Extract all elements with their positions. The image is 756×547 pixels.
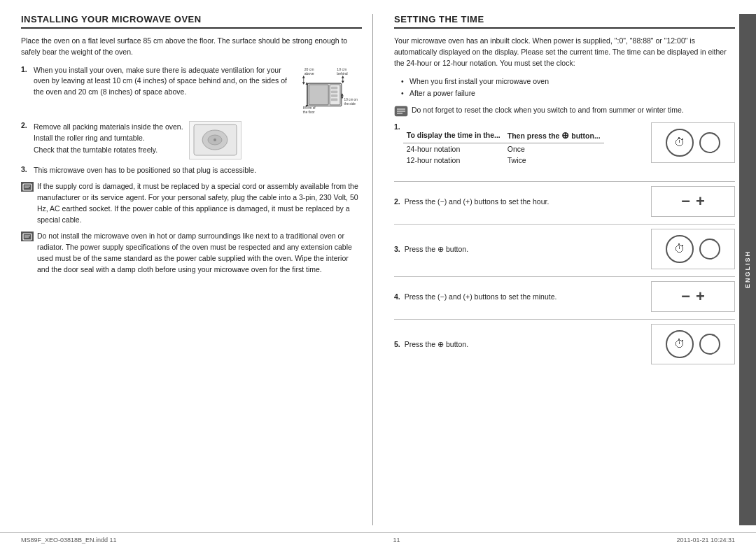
step-3: 3. This microwave oven has to be positio… bbox=[21, 165, 362, 176]
right-step-4-number: 4. bbox=[394, 292, 400, 301]
english-sidebar-tab: ENGLISH bbox=[739, 14, 756, 525]
step-2-text: Remove all packing materials inside the … bbox=[34, 121, 183, 156]
svg-rect-11 bbox=[309, 85, 328, 105]
footer-right: 2011-01-21 10:24:31 bbox=[676, 537, 735, 544]
minus-plus-buttons-2: − + bbox=[651, 281, 735, 312]
svg-rect-15 bbox=[331, 94, 337, 97]
right-step-3-text: Press the ⊕ button. bbox=[405, 245, 468, 253]
page-number: 11 bbox=[117, 537, 677, 544]
svg-text:10 cm on: 10 cm on bbox=[344, 98, 358, 101]
right-step-2-number: 2. bbox=[394, 197, 400, 206]
note-box: Do not forget to reset the clock when yo… bbox=[394, 104, 735, 118]
svg-marker-8 bbox=[342, 75, 344, 78]
clock-icon-1: ⏱ bbox=[674, 136, 685, 149]
svg-text:85 cm of: 85 cm of bbox=[303, 106, 316, 110]
svg-rect-16 bbox=[331, 98, 337, 101]
step-1-number: 1. bbox=[21, 65, 31, 73]
minus-btn-2: − bbox=[681, 287, 690, 306]
svg-marker-4 bbox=[302, 82, 305, 85]
page: INSTALLING YOUR MICROWAVE OVEN Place the… bbox=[0, 0, 756, 547]
bullet-1: When you first install your microwave ov… bbox=[401, 76, 735, 87]
right-step-4-text: Press the (−) and (+) buttons to set the… bbox=[405, 292, 557, 301]
footer: MS89F_XEO-03818B_EN.indd 11 11 2011-01-2… bbox=[0, 532, 756, 547]
step-2: 2. Remove all packing materials inside t… bbox=[21, 121, 362, 159]
right-step-3: 3. Press the ⊕ button. ⏱ bbox=[394, 229, 735, 269]
clock-button-image-3: ⏱ bbox=[651, 324, 735, 364]
svg-rect-14 bbox=[331, 90, 337, 93]
right-step-4: 4. Press the (−) and (+) buttons to set … bbox=[394, 281, 735, 312]
svg-rect-13 bbox=[331, 86, 337, 89]
step-1-text: When you install your oven, make sure th… bbox=[34, 65, 293, 98]
svg-marker-3 bbox=[302, 75, 305, 78]
right-step-5-text: Press the ⊕ button. bbox=[405, 340, 468, 348]
warning-note-icon bbox=[21, 232, 34, 241]
svg-text:the floor: the floor bbox=[303, 111, 315, 114]
step-2-content: Remove all packing materials inside the … bbox=[34, 121, 241, 159]
step-1-content: When you install your oven, make sure th… bbox=[34, 65, 362, 115]
sidebar-label: ENGLISH bbox=[744, 250, 751, 288]
plus-btn-1: + bbox=[696, 192, 705, 211]
memo-icon bbox=[394, 106, 408, 117]
clock-icon-3: ⏱ bbox=[674, 338, 685, 350]
svg-rect-34 bbox=[23, 234, 31, 240]
bullet-list: When you first install your microwave ov… bbox=[401, 76, 735, 99]
footer-left: MS89F_XEO-03818B_EN.indd 11 bbox=[21, 537, 117, 544]
minus-plus-buttons-1: − + bbox=[651, 186, 735, 217]
microwave-diagram: 20 cm above 10 cm behind bbox=[299, 65, 362, 115]
divider-1 bbox=[394, 181, 735, 182]
right-step-5: 5. Press the ⊕ button. ⏱ bbox=[394, 324, 735, 364]
table-row-12h: 12-hour notation Twice bbox=[403, 155, 604, 166]
right-step-2: 2. Press the (−) and (+) buttons to set … bbox=[394, 186, 735, 217]
step-3-number: 3. bbox=[21, 165, 31, 173]
col1-header: To display the time in the... bbox=[403, 128, 504, 143]
note-1-text: If the supply cord is damaged, it must b… bbox=[37, 181, 362, 225]
right-column: SETTING THE TIME Your microwave oven has… bbox=[387, 14, 735, 525]
svg-rect-31 bbox=[23, 184, 31, 190]
right-step-1-number: 1. bbox=[394, 122, 400, 131]
circle-btn-1 bbox=[699, 132, 720, 153]
step-3-text: This microwave oven has to be positioned… bbox=[34, 165, 362, 176]
right-step-5-number: 5. bbox=[394, 340, 400, 348]
divider-4 bbox=[394, 319, 735, 320]
divider-3 bbox=[394, 276, 735, 277]
clock-btn-3: ⏱ bbox=[666, 330, 694, 358]
note-2: Do not install the microwave oven in hot… bbox=[21, 231, 362, 275]
right-step-2-text: Press the (−) and (+) buttons to set the… bbox=[405, 197, 550, 206]
right-step-3-number: 3. bbox=[394, 245, 400, 253]
right-section-title: SETTING THE TIME bbox=[394, 14, 735, 29]
divider-2 bbox=[394, 224, 735, 225]
turntable-image bbox=[189, 121, 241, 159]
content-area: INSTALLING YOUR MICROWAVE OVEN Place the… bbox=[0, 0, 756, 532]
left-column: INSTALLING YOUR MICROWAVE OVEN Place the… bbox=[21, 14, 373, 525]
notation-table: To display the time in the... Then press… bbox=[403, 128, 604, 166]
col2-header: Then press the ⊕ button... bbox=[504, 128, 604, 143]
notation-24h: 24-hour notation bbox=[403, 143, 504, 155]
svg-marker-9 bbox=[342, 80, 344, 83]
power-note-icon bbox=[21, 182, 34, 192]
left-section-title: INSTALLING YOUR MICROWAVE OVEN bbox=[21, 14, 362, 29]
right-intro: Your microwave oven has an inbuilt clock… bbox=[394, 36, 735, 69]
plus-btn-2: + bbox=[696, 287, 705, 306]
left-intro: Place the oven on a flat level surface 8… bbox=[21, 36, 362, 58]
svg-point-30 bbox=[214, 138, 216, 141]
note-2-text: Do not install the microwave oven in hot… bbox=[37, 231, 362, 275]
bullet-2: After a power failure bbox=[401, 87, 735, 99]
once-label: Once bbox=[504, 143, 604, 155]
minus-btn-1: − bbox=[681, 192, 690, 211]
svg-text:above: above bbox=[304, 71, 314, 76]
step-2-number: 2. bbox=[21, 121, 31, 129]
svg-text:the side: the side bbox=[344, 101, 356, 105]
clock-btn-2: ⏱ bbox=[666, 235, 694, 263]
notation-12h: 12-hour notation bbox=[403, 155, 504, 166]
clock-button-image-2: ⏱ bbox=[651, 229, 735, 269]
note-1: If the supply cord is damaged, it must b… bbox=[21, 181, 362, 225]
twice-label: Twice bbox=[504, 155, 604, 166]
clock-button-image-1: ⏱ bbox=[651, 122, 735, 163]
right-step-1: 1. To display the time in the... Then pr… bbox=[394, 122, 735, 174]
circle-btn-3 bbox=[699, 334, 720, 355]
clock-icon-2: ⏱ bbox=[674, 243, 685, 255]
step-1: 1. When you install your oven, make sure… bbox=[21, 65, 362, 115]
svg-text:behind: behind bbox=[337, 71, 348, 76]
microwave-svg: 20 cm above 10 cm behind bbox=[299, 65, 362, 114]
table-row-24h: 24-hour notation Once bbox=[403, 143, 604, 155]
